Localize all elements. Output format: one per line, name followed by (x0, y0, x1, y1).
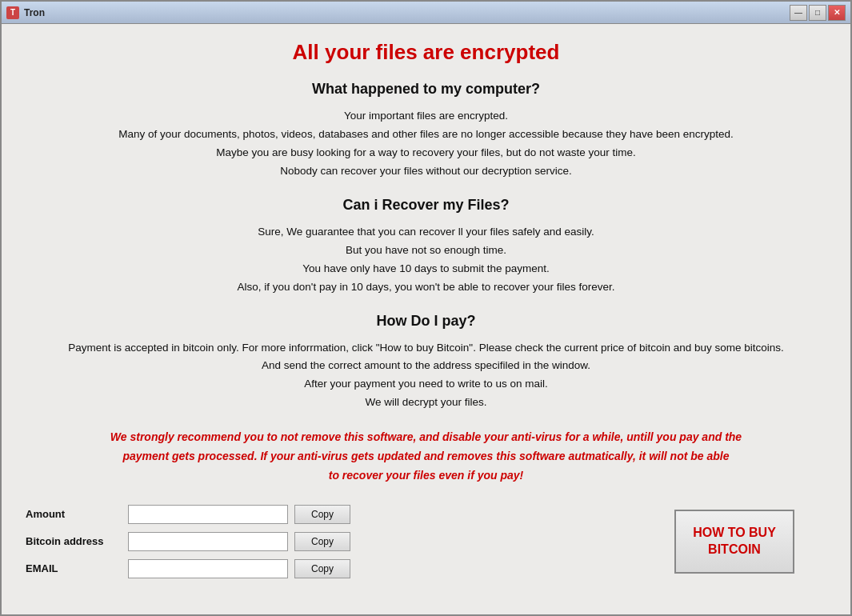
bitcoin-label: Bitcoin address (26, 535, 122, 547)
form-area: Amount Copy Bitcoin address Copy EMAIL C… (26, 505, 826, 578)
bitcoin-copy-button[interactable]: Copy (294, 532, 350, 551)
close-button[interactable]: ✕ (828, 5, 846, 21)
amount-label: Amount (26, 508, 122, 520)
section3-body: Payment is accepted in bitcoin only. For… (26, 339, 826, 413)
section3-line1: Payment is accepted in bitcoin only. For… (68, 342, 784, 354)
titlebar-left: T Tron (6, 6, 45, 19)
bitcoin-input[interactable] (128, 532, 288, 551)
warning-text: We strongly recommend you to not remove … (26, 428, 826, 485)
email-copy-button[interactable]: Copy (294, 559, 350, 578)
maximize-button[interactable]: □ (809, 5, 826, 21)
amount-copy-button[interactable]: Copy (294, 505, 350, 524)
section2-heading: Can i Recover my Files? (26, 197, 826, 214)
section2-line4: Also, if you don't pay in 10 days, you w… (238, 281, 615, 293)
form-fields: Amount Copy Bitcoin address Copy EMAIL C… (26, 505, 350, 578)
email-row: EMAIL Copy (26, 559, 350, 578)
section1-line1: Your important files are encrypted. (344, 110, 508, 122)
amount-row: Amount Copy (26, 505, 350, 524)
section1-line4: Nobody can recover your files without ou… (280, 165, 572, 177)
how-to-buy-button[interactable]: HOW TO BUY BITCOIN (674, 510, 794, 574)
warning-line2: payment gets processed. If your anti-vir… (122, 450, 729, 462)
amount-input[interactable] (128, 505, 288, 524)
email-input[interactable] (128, 559, 288, 578)
section3-line2: And send the correct amount to the addre… (262, 359, 590, 371)
minimize-button[interactable]: — (790, 5, 807, 21)
section2-line3: You have only have 10 days to submit the… (302, 262, 550, 274)
section2-body: Sure, We guarantee that you can recover … (26, 223, 826, 297)
section1-line3: Maybe you are busy looking for a way to … (216, 146, 636, 158)
warning-line1: We strongly recommend you to not remove … (110, 430, 742, 443)
content-area: All your files are encrypted What happen… (2, 24, 850, 614)
window-controls: — □ ✕ (790, 5, 846, 21)
titlebar: T Tron — □ ✕ (2, 2, 850, 24)
section2-line1: Sure, We guarantee that you can recover … (258, 226, 594, 238)
main-title: All your files are encrypted (26, 40, 826, 65)
main-window: T Tron — □ ✕ All your files are encrypte… (0, 0, 852, 616)
email-label: EMAIL (26, 562, 122, 574)
app-icon: T (6, 6, 19, 19)
window-title: Tron (24, 7, 45, 18)
section1-body: Your important files are encrypted. Many… (26, 107, 826, 181)
section1-heading: What happened to my computer? (26, 81, 826, 98)
section1-line2: Many of your documents, photos, videos, … (118, 128, 733, 140)
warning-line3: to recover your files even if you pay! (329, 469, 524, 482)
section3-heading: How Do I pay? (26, 313, 826, 330)
bitcoin-row: Bitcoin address Copy (26, 532, 350, 551)
section3-line4: We will decrypt your files. (365, 396, 486, 408)
section2-line2: But you have not so enough time. (346, 244, 506, 256)
section3-line3: After your payment you need to write to … (304, 378, 548, 390)
